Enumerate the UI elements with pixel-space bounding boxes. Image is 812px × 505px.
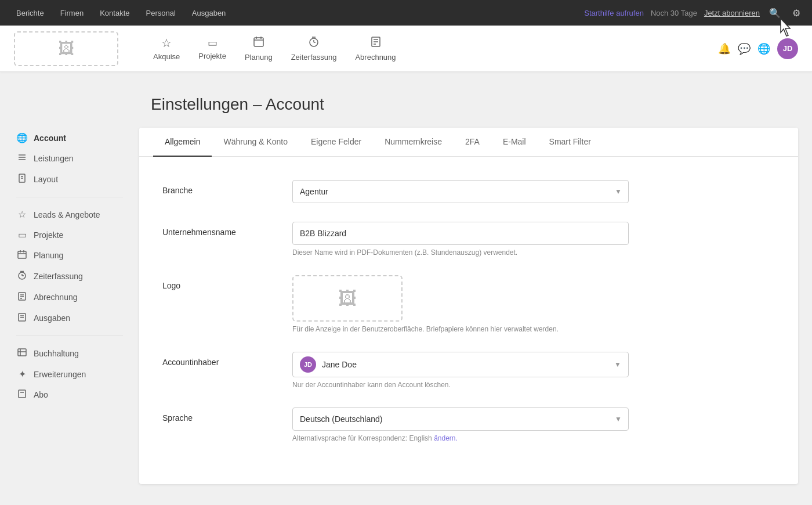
tab-allgemein[interactable]: Allgemein [153, 128, 212, 157]
abrechnung-label: Abrechnung [355, 53, 396, 62]
branche-field: Agentur Beratung IT Marketing Sonstiges … [292, 180, 775, 203]
sidebar-item-ausgaben[interactable]: Ausgaben [9, 308, 130, 329]
secondary-nav-right: 🔔 💬 🌐 JD [718, 38, 798, 59]
sidebar-item-buchhaltung[interactable]: Buchhaltung [9, 343, 130, 364]
sidebar-item-leistungen[interactable]: Leistungen [9, 148, 130, 169]
ausgaben-icon [16, 312, 28, 324]
sidebar-item-zeiterfassung[interactable]: Zeiterfassung [9, 266, 130, 287]
settings-icon[interactable]: ⚙ [790, 5, 803, 21]
list-icon [16, 153, 28, 164]
sidebar-item-abrechnung[interactable]: Abrechnung [9, 287, 130, 308]
nav-ausgaben[interactable]: Ausgaben [185, 6, 233, 20]
nav-item-planung[interactable]: Planung [245, 36, 273, 62]
sidebar-item-account[interactable]: 🌐 Account [9, 128, 130, 148]
bell-icon[interactable]: 🔔 [718, 42, 731, 55]
accountinhaber-avatar: JD [300, 356, 316, 373]
top-navigation: Berichte Firmen Kontakte Personal Ausgab… [0, 0, 812, 26]
company-logo[interactable]: 🖼 [14, 31, 118, 66]
top-nav-links: Berichte Firmen Kontakte Personal Ausgab… [9, 6, 233, 20]
unternehmensname-label: Unternehmensname [162, 222, 278, 237]
nav-firmen[interactable]: Firmen [53, 6, 90, 20]
form-content: Branche Agentur Beratung IT Marketing So… [139, 157, 798, 484]
zeiterfassung-label: Zeiterfassung [291, 53, 337, 62]
user-avatar[interactable]: JD [777, 38, 798, 59]
starthilfe-link[interactable]: Starthilfe aufrufen [584, 9, 644, 17]
sprache-aendern-link[interactable]: ändern. [434, 434, 458, 442]
logo-upload-area[interactable]: 🖼 [292, 275, 403, 322]
accountinhaber-hint: Nur der Accountinhaber kann den Account … [292, 381, 775, 389]
nav-item-abrechnung[interactable]: Abrechnung [355, 36, 396, 62]
unternehmensname-field: Dieser Name wird in PDF-Dokumenten (z.B.… [292, 222, 775, 257]
form-row-sprache: Sprache Deutsch (Deutschland) English (U… [162, 407, 775, 442]
tab-2fa[interactable]: 2FA [454, 128, 491, 157]
logo-image-icon: 🖼 [58, 39, 74, 58]
sidebar-item-leads[interactable]: ☆ Leads & Angebote [9, 204, 130, 225]
sidebar-abrechnung-label: Abrechnung [34, 293, 78, 302]
globe-icon[interactable]: 🌐 [757, 42, 770, 55]
logo-label: Logo [162, 275, 278, 290]
nav-item-akquise[interactable]: ☆ Akquise [153, 36, 180, 61]
jetzt-abonnieren-link[interactable]: Jetzt abonnieren [704, 9, 760, 17]
sidebar-leistungen-label: Leistungen [34, 154, 74, 163]
sidebar-item-layout[interactable]: Layout [9, 169, 130, 190]
content-panel: Allgemein Währung & Konto Eigene Felder … [139, 128, 798, 484]
sidebar-item-projekte[interactable]: ▭ Projekte [9, 225, 130, 245]
sidebar-divider-1 [16, 197, 123, 197]
sprache-field: Deutsch (Deutschland) English (US) Engli… [292, 407, 775, 442]
tab-smart-filter[interactable]: Smart Filter [538, 128, 603, 157]
extensions-icon: ✦ [16, 369, 28, 380]
unternehmensname-input[interactable] [292, 222, 629, 245]
nav-kontakte[interactable]: Kontakte [93, 6, 136, 20]
settings-tabs: Allgemein Währung & Konto Eigene Felder … [139, 128, 798, 157]
projekte-label: Projekte [198, 52, 226, 60]
form-row-logo: Logo 🖼 Für die Anzeige in der Benutzerob… [162, 275, 775, 333]
buchhaltung-icon [16, 348, 28, 359]
sidebar-divider-2 [16, 336, 123, 336]
page-title: Einstellungen – Account [0, 95, 812, 114]
sprache-label: Sprache [162, 407, 278, 423]
tab-eigene-felder[interactable]: Eigene Felder [299, 128, 373, 157]
content-layout: 🌐 Account Leistungen [0, 128, 812, 484]
form-row-branche: Branche Agentur Beratung IT Marketing So… [162, 180, 775, 203]
nav-item-zeiterfassung[interactable]: Zeiterfassung [291, 36, 337, 62]
sidebar-section-extra: Buchhaltung ✦ Erweiterungen Abo [9, 343, 130, 405]
sidebar-item-erweiterungen[interactable]: ✦ Erweiterungen [9, 364, 130, 384]
document-icon [16, 174, 28, 185]
sprache-hint: Alternativsprache für Korrespondenz: Eng… [292, 434, 775, 442]
logo-field: 🖼 Für die Anzeige in der Benutzeroberflä… [292, 275, 775, 333]
tab-nummernkreise[interactable]: Nummernkreise [373, 128, 454, 157]
sidebar-account-label: Account [34, 134, 66, 143]
sprache-hint-text: Alternativsprache für Korrespondenz: Eng… [292, 434, 432, 442]
zeiterfassung-icon [308, 36, 320, 50]
sidebar-projekte-label: Projekte [34, 230, 63, 240]
clock-icon [16, 270, 28, 282]
planung-icon [253, 36, 264, 50]
tab-waehrung[interactable]: Währung & Konto [212, 128, 299, 157]
sidebar-item-abo[interactable]: Abo [9, 384, 130, 405]
accountinhaber-label: Accountinhaber [162, 352, 278, 367]
sidebar-item-planung[interactable]: Planung [9, 245, 130, 266]
akquise-label: Akquise [153, 52, 180, 61]
sidebar-section-modules: ☆ Leads & Angebote ▭ Projekte [9, 204, 130, 329]
sidebar-erweiterungen-label: Erweiterungen [34, 370, 86, 379]
star-icon: ☆ [16, 209, 28, 220]
sprache-select[interactable]: Deutsch (Deutschland) English (US) Engli… [292, 407, 629, 431]
secondary-navigation: 🖼 ☆ Akquise ▭ Projekte Planung [0, 26, 812, 72]
accountinhaber-select[interactable]: JD Jane Doe ▼ [292, 352, 629, 377]
top-nav-right: Starthilfe aufrufen Noch 30 Tage Jetzt a… [584, 5, 803, 21]
noch-text: Noch 30 Tage [651, 9, 697, 17]
chat-icon[interactable]: 💬 [738, 42, 751, 55]
branche-select[interactable]: Agentur Beratung IT Marketing Sonstiges [292, 180, 629, 203]
nav-item-projekte[interactable]: ▭ Projekte [198, 37, 226, 60]
calendar-icon [16, 250, 28, 261]
akquise-icon: ☆ [161, 36, 172, 50]
sidebar-section-settings: 🌐 Account Leistungen [9, 128, 130, 190]
sidebar-zeiterfassung-label: Zeiterfassung [34, 272, 83, 281]
search-icon[interactable]: 🔍 [767, 5, 783, 21]
logo-hint: Für die Anzeige in der Benutzeroberfläch… [292, 325, 775, 333]
form-row-unternehmensname: Unternehmensname Dieser Name wird in PDF… [162, 222, 775, 257]
main-content: Einstellungen – Account 🌐 Account [0, 72, 812, 505]
nav-personal[interactable]: Personal [139, 6, 182, 20]
nav-berichte[interactable]: Berichte [9, 6, 51, 20]
tab-email[interactable]: E-Mail [491, 128, 538, 157]
